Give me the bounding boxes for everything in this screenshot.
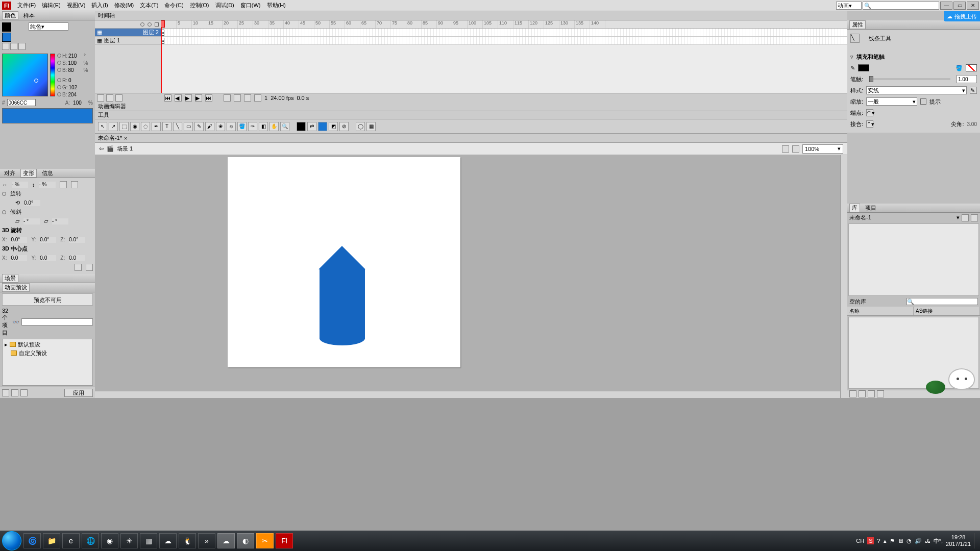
radio-skew[interactable]: [2, 210, 6, 214]
tray-icon[interactable]: S: [867, 537, 874, 544]
edit-symbol-icon[interactable]: [792, 145, 799, 153]
input-3drz[interactable]: [69, 237, 85, 243]
cap-select[interactable]: ◠▾: [866, 109, 873, 116]
input-height[interactable]: [39, 182, 56, 188]
tray-icon[interactable]: ⚑: [890, 538, 895, 544]
taskbar-snip[interactable]: ✂: [256, 533, 274, 548]
preset-folder-custom[interactable]: 自定义预设: [4, 349, 91, 358]
tab-project[interactable]: 项目: [863, 204, 878, 212]
library-search[interactable]: [906, 298, 978, 305]
menu-window[interactable]: 窗口(W): [237, 2, 264, 9]
selection-tool-icon[interactable]: ↖: [98, 122, 107, 131]
menu-text[interactable]: 文本(T): [137, 2, 161, 9]
timeline-ruler[interactable]: 1510152025303540455055606570758085909510…: [161, 20, 847, 29]
vertical-scrollbar[interactable]: [840, 155, 847, 398]
menu-view[interactable]: 视图(V): [64, 2, 89, 9]
style-select[interactable]: 实线▾: [866, 86, 967, 94]
timeline-track[interactable]: [161, 29, 847, 37]
tab-color[interactable]: 颜色: [2, 11, 18, 20]
rect-tool-icon[interactable]: ▭: [184, 122, 193, 131]
pen-tool-icon[interactable]: ✒: [152, 122, 161, 131]
black-white-icon[interactable]: [2, 43, 9, 50]
taskbar-cloud-app[interactable]: ☁: [217, 533, 235, 548]
drawn-triangle[interactable]: [318, 246, 365, 269]
input-3drx[interactable]: [11, 237, 27, 243]
loop-icon[interactable]: [224, 94, 231, 102]
input-3dcz[interactable]: [69, 255, 85, 261]
fill-swatch[interactable]: [966, 64, 977, 71]
last-frame-icon[interactable]: ⏭: [205, 94, 212, 102]
tab-transform[interactable]: 变形: [20, 169, 37, 178]
stroke-value[interactable]: [957, 75, 977, 83]
onion-skin-icon[interactable]: [234, 94, 241, 102]
preset-search[interactable]: [21, 318, 93, 325]
tray-icon[interactable]: ?: [877, 538, 880, 544]
fill-color-swatch[interactable]: [2, 33, 11, 42]
deco-tool-icon[interactable]: ❀: [216, 122, 225, 131]
start-button[interactable]: [2, 531, 21, 550]
ime-indicator[interactable]: CH: [856, 538, 864, 544]
stroke-swatch[interactable]: [858, 64, 869, 71]
bone-tool-icon[interactable]: ⎋: [227, 122, 236, 131]
new-folder-icon[interactable]: [106, 94, 113, 102]
zoom-tool-icon[interactable]: 🔍: [280, 122, 289, 131]
stage[interactable]: [228, 157, 460, 367]
stroke-slider[interactable]: [869, 78, 950, 80]
taskbar-browser[interactable]: 🌐: [82, 533, 99, 548]
input-rotate[interactable]: [24, 200, 40, 206]
tray-volume-icon[interactable]: 🔊: [915, 538, 922, 544]
eraser-tool-icon[interactable]: ◧: [259, 122, 268, 131]
tray-network-icon[interactable]: 🖧: [925, 538, 930, 544]
new-preset-icon[interactable]: [2, 389, 9, 396]
workspace-switcher[interactable]: 动画▾: [836, 2, 862, 10]
fill-type-select[interactable]: 纯色▾: [29, 22, 68, 31]
eye-icon[interactable]: [140, 22, 144, 27]
ink-tool-icon[interactable]: ✑: [248, 122, 257, 131]
new-folder-icon[interactable]: [11, 389, 18, 396]
maximize-button[interactable]: ▭: [953, 2, 966, 10]
timeline-track[interactable]: [161, 37, 847, 45]
bw-icon[interactable]: ◩: [329, 122, 338, 131]
radio-b[interactable]: [57, 68, 61, 72]
tray-expand-icon[interactable]: ▴: [884, 538, 887, 544]
preset-folder-default[interactable]: ▸默认预设: [4, 340, 91, 349]
input-bl[interactable]: [68, 91, 82, 97]
onion-outline-icon[interactable]: [244, 94, 251, 102]
pin-library-icon[interactable]: [962, 214, 969, 221]
swap-colors-icon[interactable]: [18, 43, 26, 50]
input-3dry[interactable]: [40, 237, 56, 243]
input-skew-v[interactable]: [52, 218, 68, 224]
menu-help[interactable]: 帮助(H): [264, 2, 289, 9]
playhead[interactable]: [161, 20, 162, 93]
document-tab[interactable]: 未命名-1*: [98, 134, 122, 142]
radio-r[interactable]: [57, 78, 61, 82]
clock[interactable]: 19:28 2017/1/21: [946, 534, 971, 547]
delete-symbol-icon[interactable]: [877, 390, 884, 397]
scale-select[interactable]: 一般▾: [866, 97, 917, 106]
join-select[interactable]: ⌃▾: [866, 120, 873, 128]
lasso-tool-icon[interactable]: ◌: [141, 122, 150, 131]
menu-insert[interactable]: 插入(I): [88, 2, 111, 9]
taskbar-flash[interactable]: Fl: [276, 533, 293, 548]
subselect-tool-icon[interactable]: ↗: [109, 122, 118, 131]
ime-mode[interactable]: 中°,: [934, 537, 943, 545]
edit-style-icon[interactable]: ✎: [970, 87, 977, 94]
taskbar-ie[interactable]: e: [62, 533, 80, 548]
tab-info[interactable]: 信息: [40, 169, 55, 177]
smooth-icon[interactable]: ▦: [366, 122, 376, 131]
upload-badge[interactable]: ☁拖拽上传: [944, 11, 980, 21]
library-doc-select[interactable]: 未命名-1▾: [849, 214, 960, 221]
preset-list[interactable]: ▸默认预设 自定义预设: [2, 339, 93, 386]
line-tool-icon[interactable]: ╲: [173, 122, 182, 131]
menu-commands[interactable]: 命令(C): [161, 2, 186, 9]
slider-thumb-icon[interactable]: [869, 76, 873, 82]
no-color-icon[interactable]: [10, 43, 17, 50]
tab-preset[interactable]: 动画预设: [2, 283, 30, 292]
show-desktop-button[interactable]: [974, 533, 978, 548]
tab-motion-editor[interactable]: 动画编辑器: [98, 103, 126, 110]
menu-debug[interactable]: 调试(D): [212, 2, 237, 9]
hand-tool-icon[interactable]: ✋: [270, 122, 279, 131]
menu-control[interactable]: 控制(O): [187, 2, 212, 9]
tray-icon[interactable]: ◔: [906, 538, 912, 544]
tab-library[interactable]: 库: [849, 204, 860, 212]
